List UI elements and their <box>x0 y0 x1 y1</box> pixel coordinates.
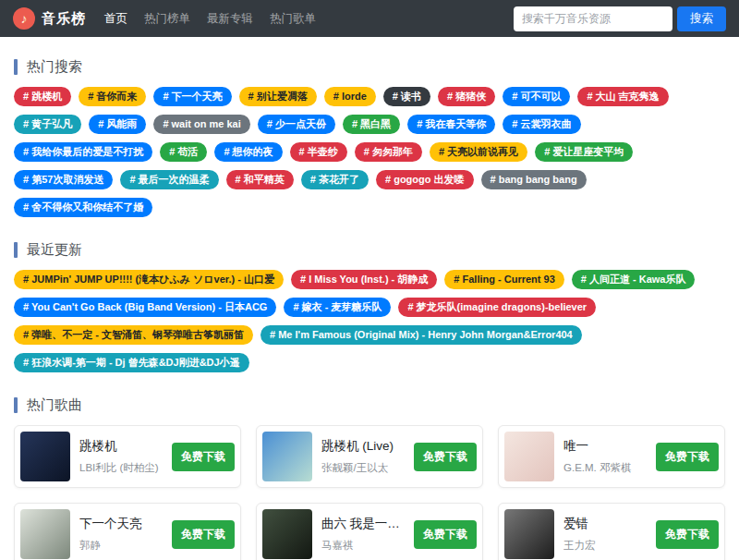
hot-search-tag[interactable]: # 读书 <box>383 87 430 106</box>
recent-update-tag[interactable]: # 人间正道 - Kawa乐队 <box>572 270 696 289</box>
song-meta: 爱错王力宏 <box>563 516 650 553</box>
song-title: 爱错 <box>563 516 650 532</box>
hot-search-tag[interactable]: # 和平精英 <box>226 170 294 189</box>
hot-search-tag[interactable]: # 跳楼机 <box>14 87 71 106</box>
nav-item-hot-playlists[interactable]: 热门歌单 <box>270 11 316 27</box>
navbar: ♪ 音乐榜 首页热门榜单最新专辑热门歌单 搜索 <box>0 0 739 37</box>
section-title-text: 热门搜索 <box>27 58 82 76</box>
song-meta: 曲六 我是一个多余...马嘉祺 <box>321 516 408 553</box>
hot-search-tag[interactable]: # 大山 吉克隽逸 <box>577 87 668 106</box>
song-meta: 跳楼机LBI利比 (时柏尘) <box>79 438 166 475</box>
song-card[interactable]: 下一个天亮郭静免费下载 <box>14 503 241 560</box>
album-art <box>504 432 554 481</box>
song-card[interactable]: 爱错王力宏免费下载 <box>498 503 725 560</box>
hot-search-section-title: 热门搜索 <box>14 58 725 76</box>
hot-search-tag[interactable]: # 天亮以前说再见 <box>430 142 527 162</box>
hot-search-tag[interactable]: # 最后一次的温柔 <box>120 170 218 189</box>
song-title: 曲六 我是一个多余... <box>321 516 408 532</box>
download-button[interactable]: 免费下载 <box>172 443 235 471</box>
song-artist: 王力宏 <box>563 539 650 553</box>
album-art <box>504 509 554 559</box>
song-card[interactable]: 跳楼机 (Live)张靓颖/王以太免费下载 <box>256 425 483 488</box>
recent-update-tag[interactable]: # Me I'm Famous (Original Mix) - Henry J… <box>260 325 582 345</box>
download-button[interactable]: 免费下载 <box>414 520 477 549</box>
hot-search-tag[interactable]: # lorde <box>324 87 376 106</box>
section-title-bar <box>14 59 18 75</box>
song-artist: G.E.M. 邓紫棋 <box>563 461 650 475</box>
hot-search-tag[interactable]: # 风能雨 <box>89 115 146 134</box>
recent-update-tag[interactable]: # 弹唯、不一定 - 文智涌笛、钢琴弹唯古筝凯丽笛 <box>14 325 253 345</box>
song-title: 下一个天亮 <box>79 516 166 532</box>
section-title-text: 最近更新 <box>27 241 82 259</box>
hot-search-tag[interactable]: # 匆匆那年 <box>355 142 422 162</box>
hot-search-tag[interactable]: # 音你而来 <box>79 87 146 106</box>
recent-updates-section-title: 最近更新 <box>14 241 725 259</box>
hot-search-tag[interactable]: # wait on me kai <box>153 115 249 134</box>
recent-update-tag[interactable]: # JUMPin' JUMP UP!!!! (滝本ひふみ ソロver.) - 山… <box>14 270 284 289</box>
hot-search-tags: # 跳楼机# 音你而来# 下一个天亮# 别让爱凋落# lorde# 读书# 猪猪… <box>14 87 725 225</box>
hot-search-tag[interactable]: # 茶花开了 <box>301 170 369 189</box>
song-artist: 张靓颖/王以太 <box>321 461 408 475</box>
hot-search-tag[interactable]: # gogogo 出发喽 <box>376 170 474 189</box>
recent-update-tag[interactable]: # Falling - Current 93 <box>444 270 563 289</box>
section-title-bar <box>14 397 18 413</box>
recent-update-tag[interactable]: # 嫁衣 - 麦芽糖乐队 <box>284 298 391 317</box>
download-button[interactable]: 免费下载 <box>172 520 235 549</box>
album-art <box>20 432 70 481</box>
song-title: 唯一 <box>563 438 650 455</box>
hot-search-tag[interactable]: # 舍不得你又和你结不了婚 <box>14 198 152 217</box>
album-art <box>262 432 312 481</box>
hot-search-tag[interactable]: # 苟活 <box>160 142 207 162</box>
song-artist: LBI利比 (时柏尘) <box>79 461 166 475</box>
recent-update-tag[interactable]: # You Can't Go Back (Big Band Version) -… <box>14 298 276 317</box>
hot-search-tag[interactable]: # 少一点天份 <box>258 115 335 134</box>
hot-search-tag[interactable]: # 想你的夜 <box>214 142 282 162</box>
hot-songs-section-title: 热门歌曲 <box>14 396 725 414</box>
song-artist: 马嘉祺 <box>321 539 408 553</box>
nav-item-new-albums[interactable]: 最新专辑 <box>207 11 253 27</box>
song-card[interactable]: 唯一G.E.M. 邓紫棋免费下载 <box>498 425 725 488</box>
nav-item-hot-charts[interactable]: 热门榜单 <box>144 11 190 27</box>
brand-title: 音乐榜 <box>42 10 86 28</box>
download-button[interactable]: 免费下载 <box>656 443 719 471</box>
hot-search-tag[interactable]: # 下一个天亮 <box>153 87 231 106</box>
song-card[interactable]: 跳楼机LBI利比 (时柏尘)免费下载 <box>14 425 241 488</box>
song-artist: 郭静 <box>79 539 166 553</box>
search-button[interactable]: 搜索 <box>677 6 726 31</box>
nav-item-home[interactable]: 首页 <box>104 11 127 27</box>
hot-search-tag[interactable]: # 半壶纱 <box>290 142 347 162</box>
hot-search-tag[interactable]: # 可不可以 <box>503 87 570 106</box>
download-button[interactable]: 免费下载 <box>656 520 719 549</box>
hot-search-tag[interactable]: # 我给你最后的爱是不打扰 <box>14 142 152 162</box>
hot-search-tag[interactable]: # 别让爱凋落 <box>239 87 317 106</box>
song-cards: 跳楼机LBI利比 (时柏尘)免费下载跳楼机 (Live)张靓颖/王以太免费下载唯… <box>14 425 725 560</box>
album-art <box>262 509 312 559</box>
hot-search-tag[interactable]: # 猪猪侠 <box>438 87 495 106</box>
brand[interactable]: ♪ 音乐榜 <box>13 7 86 30</box>
song-title: 跳楼机 <box>79 438 166 455</box>
song-title: 跳楼机 (Live) <box>321 438 408 455</box>
section-title-text: 热门歌曲 <box>27 396 82 414</box>
hot-search-tag[interactable]: # 第57次取消发送 <box>14 170 113 189</box>
download-button[interactable]: 免费下载 <box>414 443 477 471</box>
song-meta: 下一个天亮郭静 <box>79 516 166 553</box>
music-note-icon: ♪ <box>13 7 35 30</box>
hot-search-tag[interactable]: # 云裳羽衣曲 <box>503 115 580 134</box>
hot-search-tag[interactable]: # 爱让星座变平均 <box>535 142 633 162</box>
song-meta: 唯一G.E.M. 邓紫棋 <box>563 438 650 475</box>
search-input[interactable] <box>514 6 672 31</box>
nav-links: 首页热门榜单最新专辑热门歌单 <box>104 11 316 27</box>
song-card[interactable]: 曲六 我是一个多余...马嘉祺免费下载 <box>256 503 483 560</box>
recent-update-tags: # JUMPin' JUMP UP!!!! (滝本ひふみ ソロver.) - 山… <box>14 270 725 381</box>
recent-update-tag[interactable]: # I Miss You (Inst.) - 胡静成 <box>291 270 437 289</box>
recent-update-tag[interactable]: # 梦龙乐队(imagine dragons)-believer <box>398 298 596 317</box>
section-title-bar <box>14 242 18 258</box>
hot-search-tag[interactable]: # 黄子弘凡 <box>14 115 81 134</box>
song-meta: 跳楼机 (Live)张靓颖/王以太 <box>321 438 408 475</box>
hot-search-tag[interactable]: # 黑白黑 <box>343 115 400 134</box>
hot-search-tag[interactable]: # 我在春天等你 <box>407 115 495 134</box>
search-box: 搜索 <box>514 6 726 31</box>
hot-search-tag[interactable]: # bang bang bang <box>481 170 587 189</box>
recent-update-tag[interactable]: # 狂浪水调-第一期 - Dj 曾先森&DJ刚进&DJ小遥 <box>14 353 249 372</box>
album-art <box>20 509 70 559</box>
